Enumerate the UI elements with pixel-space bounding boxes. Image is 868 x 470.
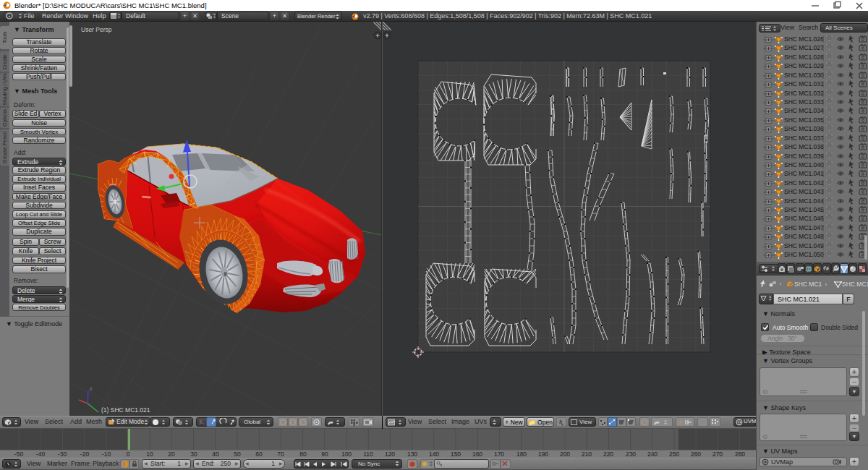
svg-text:z: z (90, 386, 93, 391)
svg-text:30: 30 (190, 450, 197, 458)
svg-text:190: 190 (538, 450, 548, 458)
svg-text:20: 20 (168, 450, 175, 458)
svg-text:160: 160 (472, 450, 482, 458)
svg-text:70: 70 (277, 450, 284, 458)
svg-text:220: 220 (603, 450, 613, 458)
svg-text:-30: -30 (58, 450, 67, 458)
svg-text:270: 270 (712, 450, 723, 458)
svg-text:-10: -10 (102, 450, 111, 458)
svg-text:200: 200 (560, 450, 570, 458)
svg-text:150: 150 (451, 450, 461, 458)
svg-text:250: 250 (669, 450, 679, 458)
svg-text:100: 100 (341, 450, 352, 458)
svg-text:90: 90 (321, 450, 328, 458)
svg-text:-20: -20 (80, 450, 90, 458)
svg-text:180: 180 (516, 450, 527, 458)
svg-text:260: 260 (691, 450, 701, 458)
svg-text:240: 240 (647, 450, 658, 458)
svg-text:110: 110 (363, 450, 373, 458)
svg-text:60: 60 (255, 450, 263, 458)
svg-text:40: 40 (212, 450, 219, 458)
svg-text:-40: -40 (36, 450, 46, 458)
svg-text:10: 10 (146, 450, 153, 458)
svg-text:280: 280 (735, 450, 745, 458)
svg-text:50: 50 (234, 450, 241, 458)
svg-text:170: 170 (494, 450, 504, 458)
svg-text:130: 130 (407, 450, 417, 458)
svg-text:80: 80 (299, 450, 307, 458)
svg-text:-50: -50 (14, 450, 24, 458)
svg-text:210: 210 (582, 450, 592, 458)
svg-text:230: 230 (626, 450, 636, 458)
svg-text:0: 0 (127, 450, 130, 458)
svg-text:140: 140 (429, 450, 439, 458)
svg-text:120: 120 (385, 450, 395, 458)
